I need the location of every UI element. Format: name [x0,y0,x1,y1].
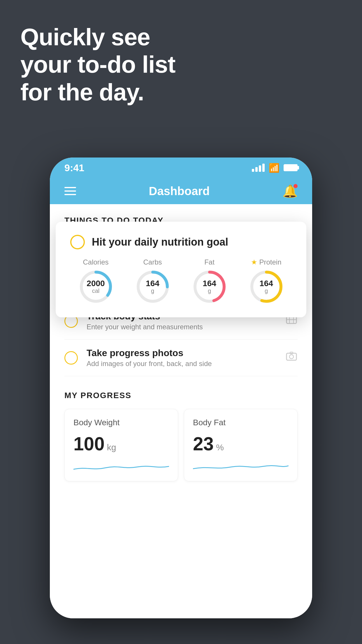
wifi-icon: 📶 [269,163,280,173]
phone-frame: 9:41 📶 Dashboard 🔔 THINGS TO DO TODAY [50,158,312,618]
notification-button[interactable]: 🔔 [282,184,298,198]
battery-icon [284,164,298,171]
protein-label: ★ Protein [251,258,281,266]
progress-section: MY PROGRESS Body Weight 100 kg Body [50,376,312,481]
body-weight-label: Body Weight [73,418,169,427]
signal-icon [252,164,265,172]
status-icons: 📶 [252,163,298,173]
headline: Quickly see your to-do list for the day. [20,23,175,106]
fat-label: Fat [204,258,215,266]
carbs-value: 164 g [146,279,159,294]
star-icon: ★ [251,258,257,266]
card-title: Hit your daily nutrition goal [92,236,228,248]
protein-value: 164 g [259,279,273,294]
progress-photos-subtitle: Add images of your front, back, and side [87,360,277,368]
body-fat-card[interactable]: Body Fat 23 % [184,409,298,481]
todo-item-progress-photos[interactable]: Take progress photos Add images of your … [64,340,298,376]
calories-value: 2000 cal [87,279,105,294]
body-fat-unit: % [216,442,224,452]
card-title-row: Hit your daily nutrition goal [70,235,292,249]
calories-circle: 2000 cal [78,269,113,304]
nav-title: Dashboard [149,185,210,198]
nutrition-row: Calories 2000 cal Carbs [70,258,292,304]
body-stats-subtitle: Enter your weight and measurements [87,323,277,331]
carbs-label: Carbs [143,258,162,266]
body-weight-value: 100 kg [73,433,169,455]
nutrition-goal-card[interactable]: Hit your daily nutrition goal Calories 2… [56,222,306,317]
progress-photos-check[interactable] [64,351,78,365]
body-fat-chart [193,461,289,472]
svg-point-13 [289,355,294,359]
carbs-item: Carbs 164 g [135,258,170,304]
svg-rect-12 [287,353,296,360]
body-weight-unit: kg [107,442,116,452]
status-bar: 9:41 📶 [50,158,312,178]
headline-line1: Quickly see [20,23,175,51]
headline-line2: your to-do list [20,51,175,78]
body-fat-number: 23 [193,433,214,455]
fat-circle: 164 g [192,269,227,304]
fat-value: 164 g [203,279,216,294]
carbs-circle: 164 g [135,269,170,304]
nav-bar: Dashboard 🔔 [50,178,312,204]
fat-item: Fat 164 g [192,258,227,304]
body-fat-value: 23 % [193,433,289,455]
progress-photos-text: Take progress photos Add images of your … [87,348,277,368]
progress-photos-title: Take progress photos [87,348,277,358]
calories-label: Calories [83,258,108,266]
body-fat-label: Body Fat [193,418,289,427]
menu-button[interactable] [64,187,76,195]
progress-title: MY PROGRESS [64,391,298,400]
body-weight-chart [73,461,169,472]
progress-cards: Body Weight 100 kg Body Fat 23 [64,409,298,481]
notification-badge [294,184,298,188]
protein-circle: 164 g [249,269,284,304]
protein-item: ★ Protein 164 g [249,258,284,304]
goal-check-circle[interactable] [70,235,85,249]
headline-line3: for the day. [20,78,175,106]
status-time: 9:41 [64,162,84,174]
body-weight-number: 100 [73,433,105,455]
photo-icon [285,350,298,365]
calories-item: Calories 2000 cal [78,258,113,304]
app-content: THINGS TO DO TODAY Hit your daily nutrit… [50,204,312,618]
body-weight-card[interactable]: Body Weight 100 kg [64,409,178,481]
